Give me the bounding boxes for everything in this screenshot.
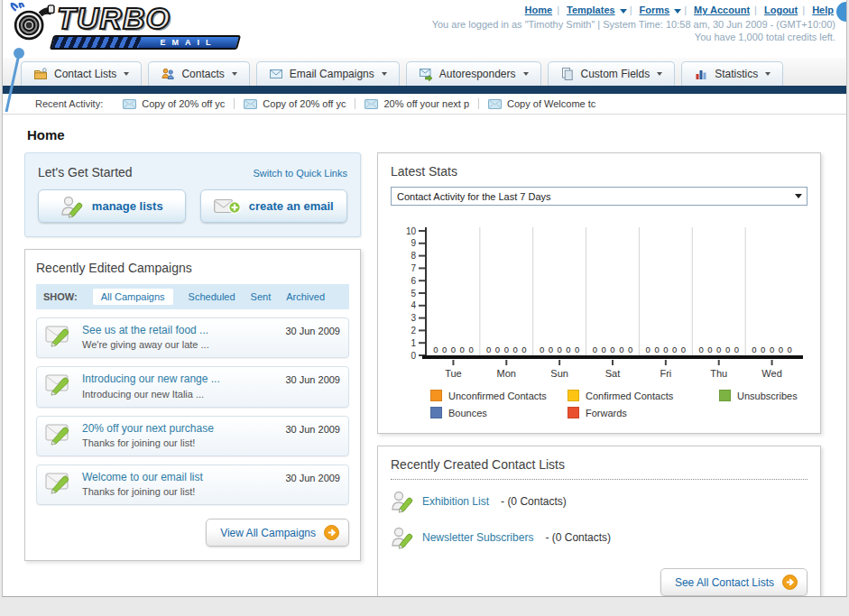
legend-item: Forwards	[568, 407, 719, 418]
recently-created-contact-lists-panel: Recently Created Contact Lists Exhibitio…	[377, 446, 821, 597]
campaign-row[interactable]: See us at the retail food ... We're givi…	[36, 317, 349, 358]
recently-edited-campaigns-panel: Recently Edited Campaigns SHOW: All Camp…	[24, 249, 361, 561]
statistics-icon	[694, 67, 708, 81]
svg-text:9: 9	[411, 238, 416, 248]
stats-period-select[interactable]: Contact Activity for the Last 7 Days	[391, 187, 807, 206]
manage-lists-label: manage lists	[92, 199, 163, 213]
svg-text:0: 0	[504, 345, 509, 354]
svg-text:Tue: Tue	[445, 368, 462, 379]
nav-templates-link[interactable]: Templates	[567, 5, 615, 15]
svg-text:0: 0	[540, 345, 544, 354]
svg-text:Wed: Wed	[761, 368, 781, 379]
svg-text:3: 3	[411, 313, 416, 323]
nav-help-link[interactable]: Help	[812, 5, 834, 15]
filter-sent[interactable]: Sent	[251, 291, 272, 302]
top-nav: Home| Templates| Forms| My Account| Logo…	[432, 5, 835, 42]
campaign-title-link[interactable]: See us at the retail food ...	[82, 323, 277, 338]
svg-text:10: 10	[406, 226, 417, 236]
activity-item-label: Copy of Welcome tc	[507, 98, 595, 109]
campaign-row[interactable]: Introducing our new range ... Introducin…	[36, 366, 349, 407]
campaigns-filter-bar: SHOW: All Campaigns Scheduled Sent Archi…	[36, 284, 349, 309]
svg-text:Thu: Thu	[710, 368, 727, 379]
contact-lists-icon	[33, 67, 48, 81]
contact-list-row[interactable]: Exhibition List - (0 Contacts)	[391, 486, 807, 516]
legend-item: Unsubscribes	[719, 390, 807, 401]
create-email-label: create an email	[249, 199, 334, 213]
envelope-icon	[365, 99, 378, 109]
credits-info: You have 1,000 total credits left.	[432, 32, 835, 42]
latest-stats-title: Latest Stats	[391, 164, 807, 179]
tab-email-campaigns[interactable]: Email Campaigns	[256, 61, 400, 86]
tab-label: Statistics	[715, 68, 758, 80]
app-logo: TURBO EMAIL	[10, 3, 246, 55]
campaign-title-link[interactable]: Welcome to our email list	[82, 470, 277, 485]
autoresponders-icon	[419, 67, 433, 81]
svg-text:0: 0	[442, 345, 447, 354]
svg-text:1: 1	[411, 338, 416, 348]
contact-list-link[interactable]: Newsletter Subscribers	[422, 531, 533, 544]
help-bubble-icon[interactable]	[836, 2, 847, 22]
svg-text:0: 0	[433, 345, 438, 354]
campaign-subtitle: We're giving away our late ...	[82, 338, 277, 353]
svg-text:Mon: Mon	[497, 368, 516, 379]
svg-text:0: 0	[707, 345, 712, 354]
filter-archived[interactable]: Archived	[286, 291, 325, 302]
chevron-down-icon	[523, 72, 529, 76]
tab-autoresponders[interactable]: Autoresponders	[406, 61, 541, 86]
login-info: You are logged in as "Timothy Smith" | S…	[432, 19, 835, 30]
svg-text:0: 0	[770, 345, 774, 354]
svg-text:2: 2	[411, 326, 416, 336]
tab-contacts[interactable]: Contacts	[148, 61, 249, 86]
legend-label: Unsubscribes	[737, 391, 798, 401]
campaign-title-link[interactable]: 20% off your next purchase	[82, 421, 277, 437]
recent-activity-item[interactable]: 20% off your next p	[365, 98, 479, 109]
tab-statistics[interactable]: Statistics	[681, 61, 783, 86]
switch-quick-links[interactable]: Switch to Quick Links	[253, 168, 347, 179]
tab-contact-lists[interactable]: Contact Lists	[21, 61, 142, 86]
get-started-title: Let's Get Started	[38, 165, 133, 179]
filter-scheduled[interactable]: Scheduled	[189, 291, 235, 302]
filter-all-campaigns[interactable]: All Campaigns	[93, 289, 173, 305]
campaign-subtitle: Thanks for joining our list!	[82, 437, 277, 451]
view-all-campaigns-button[interactable]: View All Campaigns	[206, 519, 349, 547]
chevron-down-icon	[124, 72, 129, 76]
envelope-pencil-icon	[45, 323, 74, 348]
legend-swatch	[568, 407, 579, 418]
recent-activity-item[interactable]: Copy of Welcome tc	[488, 98, 604, 109]
manage-lists-button[interactable]: manage lists	[38, 189, 186, 223]
recent-activity-item[interactable]: Copy of 20% off yc	[123, 98, 235, 109]
campaign-date: 30 Jun 2009	[285, 374, 340, 401]
dotted-divider	[391, 479, 807, 480]
campaign-title-link[interactable]: Introducing our new range ...	[82, 372, 277, 387]
envelope-pencil-icon	[45, 372, 74, 397]
person-pencil-icon	[391, 490, 414, 513]
chevron-down-icon	[382, 72, 387, 76]
see-all-contact-lists-label: See All Contact Lists	[675, 576, 774, 589]
chevron-down-icon	[795, 194, 802, 198]
svg-text:Sat: Sat	[605, 368, 621, 379]
legend-label: Bounces	[448, 408, 487, 418]
contact-list-row[interactable]: Newsletter Subscribers - (0 Contacts)	[391, 522, 807, 552]
nav-my-account-link[interactable]: My Account	[694, 5, 750, 15]
person-pencil-icon	[60, 195, 84, 218]
tab-label: Email Campaigns	[290, 68, 374, 80]
svg-text:0: 0	[681, 345, 686, 354]
see-all-contact-lists-button[interactable]: See All Contact Lists	[660, 568, 807, 596]
contact-list-link[interactable]: Exhibition List	[422, 495, 489, 508]
header: TURBO EMAIL Home| Templates| Forms| My A…	[3, 0, 846, 58]
nav-logout-link[interactable]: Logout	[764, 5, 798, 15]
tab-custom-fields[interactable]: Custom Fields	[548, 61, 676, 86]
brand-sub: EMAIL	[140, 38, 237, 47]
turbo-logo-icon	[10, 3, 55, 46]
campaign-row[interactable]: 20% off your next purchase Thanks for jo…	[36, 416, 349, 456]
create-email-button[interactable]: create an email	[200, 189, 348, 223]
nav-forms-link[interactable]: Forms	[640, 5, 670, 15]
recent-activity-item[interactable]: Copy of 20% off yc	[244, 98, 355, 109]
nav-home-link[interactable]: Home	[525, 5, 553, 15]
svg-text:6: 6	[411, 276, 416, 286]
svg-text:0: 0	[486, 345, 491, 354]
campaign-row[interactable]: Welcome to our email list Thanks for joi…	[36, 464, 349, 505]
svg-text:0: 0	[725, 345, 730, 354]
campaign-date: 30 Jun 2009	[285, 326, 340, 353]
contacts-icon	[161, 67, 175, 81]
